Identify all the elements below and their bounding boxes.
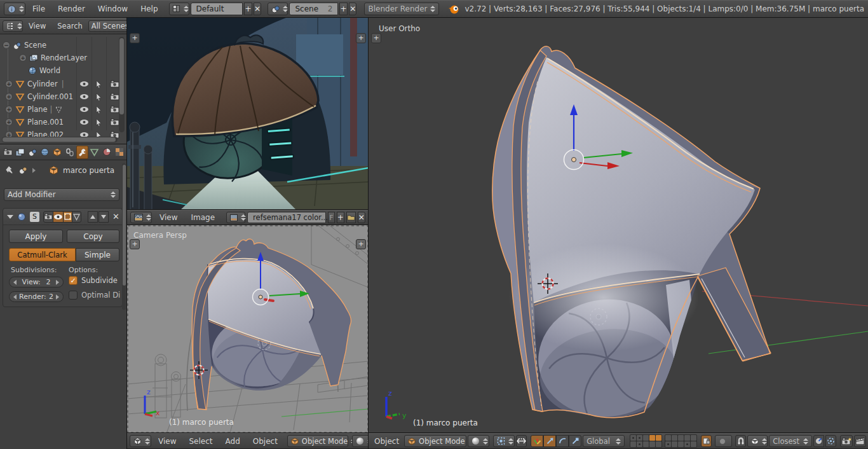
image-name-field[interactable]: refsemana17 color.... <box>247 212 326 223</box>
editor-type-outliner-button[interactable] <box>3 20 23 32</box>
tab-texture[interactable] <box>114 146 126 159</box>
image-menu-view[interactable]: View <box>154 213 183 222</box>
snap-toggle[interactable] <box>735 435 746 447</box>
mode-select[interactable]: Object Mode <box>287 435 348 447</box>
modifier-delete-button[interactable]: ✕ <box>112 212 119 221</box>
renderable-camera-icon[interactable] <box>110 80 119 88</box>
camera-viewport[interactable]: z x Camera Persp (1) marco puerta + + <box>127 225 369 433</box>
snap-self-icon-button[interactable] <box>825 435 836 447</box>
pin-icon[interactable] <box>5 165 14 175</box>
apply-button[interactable]: Apply <box>9 230 63 243</box>
opengl-render-image-button[interactable] <box>840 435 853 447</box>
region-expand-button[interactable]: + <box>356 33 366 43</box>
render-subdivisions-stepper[interactable]: Render: 2 <box>9 291 64 302</box>
layers-block-1[interactable] <box>630 434 662 448</box>
catmull-clark-button[interactable]: Catmull-Clark <box>9 248 76 261</box>
outliner-vertical-scrollbar[interactable] <box>119 38 124 114</box>
new-image-button[interactable]: + <box>337 212 344 223</box>
visibility-eye-icon[interactable] <box>79 93 89 100</box>
menu-file[interactable]: File <box>27 4 51 13</box>
modifier-move-down-button[interactable] <box>98 211 109 223</box>
outliner-filter-select[interactable]: All Scenes <box>88 20 127 32</box>
close-layout-button[interactable]: ✕ <box>254 3 262 15</box>
menu-window[interactable]: Window <box>92 4 133 13</box>
region-expand-button[interactable]: + <box>130 239 140 249</box>
manipulate-centers-toggle[interactable] <box>516 435 527 447</box>
outliner-row-plane001[interactable]: + Plane.001 <box>5 116 125 128</box>
editor-type-info-button[interactable]: i <box>4 3 25 15</box>
modifier-name-field[interactable]: S <box>30 212 39 222</box>
outliner-horizontal-scrollbar[interactable] <box>3 137 116 142</box>
screen-layout-icon-button[interactable] <box>169 3 189 15</box>
region-expand-button[interactable]: + <box>356 239 366 249</box>
snap-element-select[interactable] <box>747 435 768 447</box>
manipulator-scale-toggle[interactable] <box>569 435 581 447</box>
scene-name-field[interactable]: Scene 2 <box>289 3 338 15</box>
modifier-render-toggle[interactable] <box>43 211 53 223</box>
modifier-realtime-toggle[interactable] <box>53 211 64 223</box>
selectable-pointer-icon[interactable] <box>95 106 102 114</box>
render-engine-select[interactable]: Blender Render <box>364 3 439 15</box>
outliner-row-renderlayer[interactable]: + RenderLayer <box>19 52 87 64</box>
outliner-row-plane[interactable]: + Plane | <box>5 103 125 116</box>
outliner-row-cylinder[interactable]: + Cylinder | <box>5 78 125 90</box>
view3d-menu-object[interactable]: Object <box>247 437 283 446</box>
manipulator-rotate-toggle[interactable] <box>556 435 569 447</box>
lock-to-scene-toggle[interactable] <box>701 435 712 447</box>
menu-help[interactable]: Help <box>135 4 163 13</box>
mode-select[interactable]: Object Mode <box>404 435 466 447</box>
transform-orientation-select[interactable]: Global <box>583 435 625 447</box>
tab-world[interactable] <box>39 146 51 159</box>
region-expand-button[interactable]: + <box>371 33 381 43</box>
region-expand-button[interactable]: + <box>130 33 140 43</box>
add-scene-button[interactable]: + <box>339 3 348 15</box>
editor-type-3dview-button[interactable] <box>130 435 151 447</box>
close-scene-button[interactable]: ✕ <box>349 3 357 15</box>
pivot-point-select[interactable] <box>493 435 515 447</box>
tab-object-data[interactable] <box>89 146 101 159</box>
outliner-row-cylinder001[interactable]: + Cylinder.001 <box>5 90 125 103</box>
open-image-button[interactable] <box>346 212 356 223</box>
renderable-camera-icon[interactable] <box>110 118 119 126</box>
expand-icon[interactable]: + <box>5 80 13 88</box>
proportional-edit-select[interactable] <box>715 435 732 447</box>
snap-peel-dial-icon-button[interactable] <box>813 435 824 447</box>
expand-icon[interactable]: + <box>5 106 13 113</box>
selectable-pointer-icon[interactable] <box>95 80 102 88</box>
expand-icon[interactable]: + <box>5 118 13 126</box>
expand-icon[interactable]: + <box>5 93 13 100</box>
view-subdivisions-stepper[interactable]: View: 2 <box>9 277 64 287</box>
outliner-menu-search[interactable]: Search <box>51 22 88 31</box>
panel-collapse-icon[interactable] <box>7 215 13 219</box>
visibility-eye-icon[interactable] <box>79 81 89 87</box>
menu-render[interactable]: Render <box>52 4 91 13</box>
tab-scene[interactable] <box>27 146 39 159</box>
add-modifier-select[interactable]: Add Modifier <box>4 188 119 201</box>
tab-render[interactable] <box>2 146 14 159</box>
unlink-image-button[interactable]: ✕ <box>358 212 365 223</box>
renderable-camera-icon[interactable] <box>110 93 119 100</box>
renderable-camera-icon[interactable] <box>110 106 119 113</box>
simple-button[interactable]: Simple <box>76 248 119 261</box>
scene-browse-button[interactable] <box>268 3 288 15</box>
expand-icon[interactable]: + <box>19 54 27 62</box>
view3d-menu-add[interactable]: Add <box>220 437 246 446</box>
tab-material[interactable] <box>101 146 113 159</box>
tab-modifiers[interactable] <box>76 146 88 159</box>
view3d-menu-view[interactable]: View <box>153 437 182 446</box>
add-layout-button[interactable]: + <box>244 3 252 15</box>
opengl-render-animation-button[interactable] <box>854 435 866 447</box>
modifier-cage-toggle[interactable] <box>72 211 81 223</box>
layers-block-2[interactable] <box>665 434 697 448</box>
properties-scrollbar[interactable] <box>123 165 126 286</box>
copy-button[interactable]: Copy <box>67 230 119 243</box>
snap-target-select[interactable]: Closest <box>769 435 811 447</box>
tab-constraints[interactable] <box>64 146 76 159</box>
view3d-menu-object[interactable]: Object <box>370 437 403 446</box>
editor-type-image-button[interactable] <box>130 212 152 223</box>
view3d-menu-select[interactable]: Select <box>183 437 218 446</box>
image-browse-button[interactable] <box>226 212 245 223</box>
screen-layout-name-field[interactable]: Default <box>191 3 243 15</box>
image-menu-image[interactable]: Image <box>185 213 220 222</box>
subdivide-checkbox[interactable]: ✓ <box>69 276 78 285</box>
